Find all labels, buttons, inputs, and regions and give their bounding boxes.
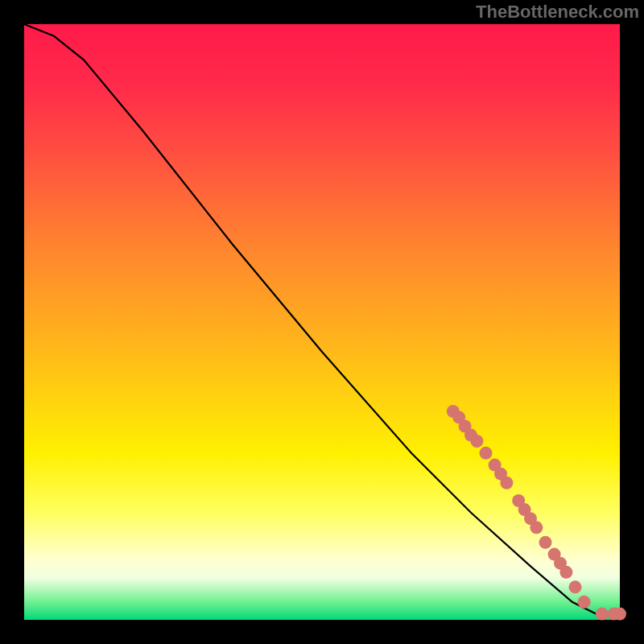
data-point [500, 477, 513, 489]
data-point [470, 435, 483, 448]
plot-area [24, 24, 620, 620]
data-point [530, 521, 543, 534]
watermark-text: TheBottleneck.com [476, 2, 639, 23]
chart-frame: TheBottleneck.com [0, 0, 644, 644]
data-point [578, 596, 591, 609]
data-point [539, 536, 552, 549]
data-point [596, 608, 609, 621]
chart-svg [24, 24, 620, 620]
data-point [569, 580, 582, 593]
data-point [613, 608, 626, 621]
data-point [559, 566, 572, 579]
data-points-group [447, 405, 626, 621]
data-point [480, 447, 493, 460]
